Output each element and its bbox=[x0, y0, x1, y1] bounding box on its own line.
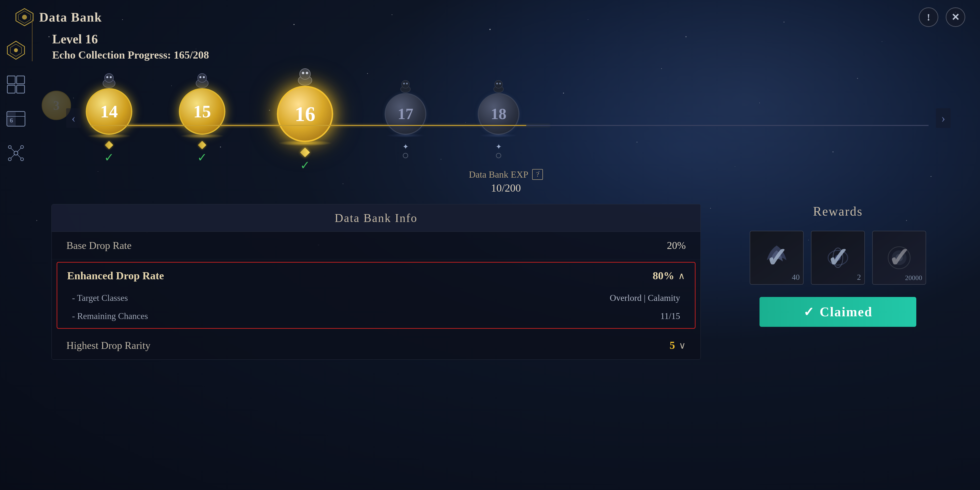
orb-18-number: 18 bbox=[491, 105, 506, 123]
orb-17[interactable]: 17 bbox=[385, 93, 426, 135]
claimed-label: Claimed bbox=[820, 304, 873, 320]
reward-2-count: 2 bbox=[857, 273, 861, 282]
dot-18 bbox=[496, 153, 501, 158]
creature-16 bbox=[294, 66, 316, 86]
exp-info-icon[interactable]: ? bbox=[532, 169, 543, 180]
track-star-18: ✦ bbox=[496, 142, 502, 151]
databank-icon bbox=[15, 7, 34, 27]
base-drop-label: Base Drop Rate bbox=[67, 240, 132, 251]
svg-line-56 bbox=[11, 148, 14, 152]
svg-point-62 bbox=[106, 76, 108, 78]
level-title: Level 16 bbox=[52, 32, 960, 46]
svg-point-55 bbox=[21, 158, 24, 161]
svg-rect-44 bbox=[17, 76, 24, 84]
info-panel-header: Data Bank Info bbox=[52, 204, 700, 232]
bottom-section: Data Bank Info Base Drop Rate 20% Enhanc… bbox=[32, 199, 980, 369]
target-classes-value: Overlord | Calamity bbox=[610, 293, 680, 303]
check-14: ✓ bbox=[104, 150, 114, 164]
creature-18 bbox=[490, 78, 507, 93]
orb-16-number: 16 bbox=[295, 102, 315, 126]
exp-section: Data Bank EXP ? 10/200 bbox=[32, 164, 980, 199]
progress-text: Echo Collection Progress: 165/208 bbox=[52, 49, 960, 61]
svg-point-53 bbox=[21, 146, 24, 148]
exp-label: Data Bank EXP bbox=[469, 169, 528, 180]
svg-point-63 bbox=[110, 76, 112, 78]
prev-arrow[interactable]: ‹ bbox=[66, 108, 81, 128]
orb-15-number: 15 bbox=[193, 102, 211, 122]
orb-17-base bbox=[386, 134, 425, 137]
sidebar-icon-network[interactable] bbox=[5, 142, 27, 164]
enhanced-drop-row: Enhanced Drop Rate 80% ∧ bbox=[57, 262, 695, 289]
svg-point-66 bbox=[199, 76, 201, 78]
track-diamond-16 bbox=[300, 148, 310, 157]
reward-1-count: 40 bbox=[792, 273, 800, 282]
info-panel: Data Bank Info Base Drop Rate 20% Enhanc… bbox=[51, 204, 701, 360]
orb-16[interactable]: 16 bbox=[277, 86, 333, 142]
orb-15-base bbox=[180, 134, 224, 138]
check-15: ✓ bbox=[197, 150, 207, 164]
svg-point-65 bbox=[198, 73, 207, 82]
claimed-button[interactable]: ✓ Claimed bbox=[759, 297, 916, 327]
reward-3-count: 20000 bbox=[905, 274, 922, 282]
highest-rarity-row: Highest Drop Rarity 5 ∨ bbox=[52, 331, 700, 360]
track-diamond-15 bbox=[198, 141, 206, 149]
svg-point-71 bbox=[306, 72, 308, 74]
enhanced-drop-label: Enhanced Drop Rate bbox=[67, 269, 164, 282]
orb-18[interactable]: 18 bbox=[478, 93, 519, 135]
highest-rarity-value: 5 bbox=[670, 339, 675, 352]
sidebar-icon-gem[interactable] bbox=[5, 39, 27, 61]
target-classes-label: - Target Classes bbox=[72, 293, 128, 303]
svg-point-73 bbox=[402, 80, 409, 88]
reward-items: ✓ 40 ✓ 2 bbox=[750, 231, 926, 285]
orb-17-number: 17 bbox=[398, 105, 413, 123]
base-drop-row: Base Drop Rate 20% bbox=[52, 232, 700, 259]
svg-point-78 bbox=[496, 83, 498, 84]
reward-3-check: ✓ bbox=[888, 242, 910, 274]
svg-line-57 bbox=[18, 148, 21, 152]
reward-item-3[interactable]: ✓ 20000 bbox=[872, 231, 926, 285]
reward-2-check: ✓ bbox=[827, 242, 849, 274]
svg-point-67 bbox=[203, 76, 205, 78]
claimed-check-icon: ✓ bbox=[803, 304, 815, 319]
milestone-18: 18 ✦ bbox=[478, 78, 519, 158]
svg-line-58 bbox=[11, 154, 14, 158]
milestone-17: 17 ✦ bbox=[385, 78, 426, 158]
svg-rect-45 bbox=[7, 85, 15, 93]
reward-item-2[interactable]: ✓ 2 bbox=[811, 231, 865, 285]
rarity-chevron[interactable]: ∨ bbox=[679, 340, 686, 351]
svg-point-79 bbox=[499, 83, 501, 84]
orb-18-base bbox=[479, 134, 518, 137]
dot-17 bbox=[403, 153, 408, 158]
sidebar-icon-layers[interactable] bbox=[5, 73, 27, 95]
rewards-panel: Rewards ✓ 40 bbox=[715, 204, 960, 327]
svg-point-42 bbox=[14, 48, 18, 52]
info-panel-title: Data Bank Info bbox=[335, 212, 417, 224]
orb-14[interactable]: 14 bbox=[86, 88, 132, 135]
svg-line-59 bbox=[18, 154, 21, 158]
sidebar-icon-card[interactable]: 6 bbox=[5, 108, 27, 130]
orb-15[interactable]: 15 bbox=[179, 88, 225, 135]
svg-point-39 bbox=[22, 15, 27, 20]
milestone-track-container: 14 ✓ bbox=[32, 71, 980, 164]
remaining-chances-value: 11/15 bbox=[660, 311, 680, 321]
exp-value: 10/200 bbox=[51, 182, 960, 194]
svg-point-52 bbox=[8, 146, 11, 148]
remaining-chances-label: - Remaining Chances bbox=[72, 311, 148, 321]
enhanced-drop-container: Enhanced Drop Rate 80% ∧ - Target Classe… bbox=[57, 262, 695, 329]
base-drop-value: 20% bbox=[667, 240, 686, 251]
reward-item-1[interactable]: ✓ 40 bbox=[750, 231, 803, 285]
svg-point-54 bbox=[8, 158, 11, 161]
creature-17 bbox=[397, 78, 414, 93]
enhanced-drop-value: 80% bbox=[653, 269, 674, 282]
creature-15 bbox=[192, 71, 212, 88]
enhanced-expand-icon[interactable]: ∧ bbox=[678, 270, 685, 281]
target-classes-row: - Target Classes Overlord | Calamity bbox=[57, 289, 695, 307]
svg-point-75 bbox=[406, 83, 408, 84]
main-container: Data Bank ! ✕ 6 bbox=[0, 0, 980, 490]
svg-point-69 bbox=[300, 68, 310, 80]
milestone-16: 16 ✓ bbox=[277, 66, 333, 172]
next-arrow[interactable]: › bbox=[936, 108, 951, 128]
svg-point-61 bbox=[105, 73, 113, 82]
reward-2-overlay: ✓ bbox=[811, 231, 864, 284]
track-line bbox=[91, 125, 929, 126]
